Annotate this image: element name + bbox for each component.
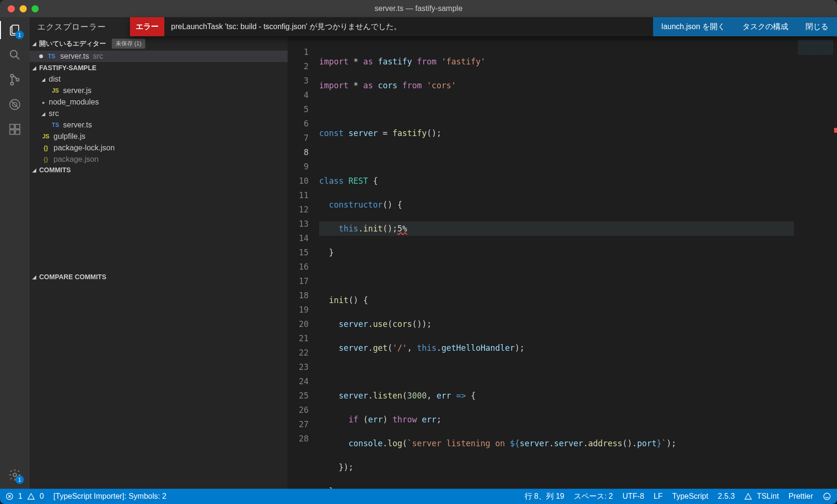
compare-commits-header[interactable]: ◢ COMPARE COMMITS	[30, 271, 288, 283]
file-label: gulpfile.js	[54, 132, 86, 141]
explorer-badge: 1	[15, 31, 24, 39]
chevron-right-icon: ▸	[41, 100, 46, 105]
json-file-icon: {}	[41, 156, 51, 163]
folder-label: node_modules	[49, 98, 99, 106]
window-title: server.ts — fastify-sample	[375, 4, 462, 13]
folder-node-modules[interactable]: ▸ node_modules	[38, 96, 288, 108]
status-prettier[interactable]: Prettier	[788, 492, 813, 501]
status-problems[interactable]: 1 0	[6, 492, 44, 501]
main-area: 1 1 エクスプローラー ◢	[0, 17, 837, 489]
settings-badge: 1	[15, 475, 24, 484]
chevron-down-icon: ◢	[32, 65, 36, 71]
warning-icon	[744, 493, 752, 500]
editor-area: エラー preLaunchTask 'tsc: build - tsconfig…	[288, 17, 837, 489]
notification-bar: エラー preLaunchTask 'tsc: build - tsconfig…	[130, 17, 837, 36]
status-tslint[interactable]: TSLint	[744, 492, 779, 501]
svg-rect-11	[15, 130, 20, 134]
error-icon	[6, 493, 13, 500]
close-window-icon[interactable]	[8, 5, 15, 12]
status-errors-count: 1	[18, 492, 22, 501]
status-warnings-count: 0	[40, 492, 44, 501]
json-file-icon: {}	[41, 145, 51, 151]
code-content[interactable]: import * as fastify from 'fastify' impor…	[319, 36, 837, 489]
file-label: package.json	[54, 155, 98, 164]
commits-label: COMMITS	[39, 166, 71, 174]
svg-point-12	[13, 473, 17, 477]
chevron-down-icon: ◢	[41, 111, 46, 116]
status-version[interactable]: 2.5.3	[718, 492, 735, 501]
svg-point-21	[824, 493, 830, 500]
editor-body[interactable]: 123 456 789 101112 131415 161718 192021 …	[288, 36, 837, 489]
titlebar: server.ts — fastify-sample	[0, 0, 837, 17]
file-package-json[interactable]: {} package.json	[38, 154, 288, 165]
explorer-sidebar: エクスプローラー ◢ 開いているエディター 未保存 (1) TS server.…	[30, 17, 288, 489]
open-editors-header[interactable]: ◢ 開いているエディター 未保存 (1)	[30, 37, 288, 51]
svg-point-1	[11, 51, 17, 57]
chevron-down-icon: ◢	[41, 77, 46, 82]
status-importer[interactable]: [TypeScript Importer]: Symbols: 2	[54, 492, 167, 501]
file-server-ts[interactable]: TS server.ts	[38, 119, 288, 131]
status-bar: 1 0 [TypeScript Importer]: Symbols: 2 行 …	[0, 489, 837, 504]
open-editor-folder: src	[93, 52, 103, 61]
project-name: FASTIFY-SAMPLE	[39, 64, 97, 72]
svg-rect-10	[10, 130, 14, 134]
overview-ruler-error-icon[interactable]	[834, 128, 837, 133]
settings-icon[interactable]: 1	[8, 468, 22, 482]
folder-dist[interactable]: ◢ dist	[38, 74, 288, 85]
file-label: package-lock.json	[54, 144, 115, 152]
javascript-file-icon: JS	[41, 133, 51, 140]
chevron-down-icon: ◢	[32, 274, 36, 280]
svg-point-5	[16, 78, 19, 81]
notification-message: preLaunchTask 'tsc: build - tsconfig.jso…	[164, 22, 653, 32]
close-notification-button[interactable]: 閉じる	[797, 17, 837, 36]
svg-rect-9	[15, 125, 20, 129]
typescript-file-icon: TS	[47, 53, 56, 60]
svg-point-4	[11, 82, 13, 85]
status-tslint-label: TSLint	[757, 492, 779, 501]
maximize-window-icon[interactable]	[32, 5, 39, 12]
activity-bar: 1 1	[0, 17, 30, 489]
minimap[interactable]	[794, 37, 837, 489]
search-icon[interactable]	[8, 48, 22, 62]
folder-label: dist	[49, 75, 61, 84]
open-editors-label: 開いているエディター	[39, 40, 106, 48]
status-language[interactable]: TypeScript	[672, 492, 708, 501]
project-header[interactable]: ◢ FASTIFY-SAMPLE	[30, 62, 288, 74]
unsaved-badge: 未保存 (1)	[112, 39, 145, 49]
status-feedback-icon[interactable]	[823, 492, 831, 501]
status-cursor-position[interactable]: 行 8、列 19	[525, 492, 565, 502]
status-indent[interactable]: スペース: 2	[574, 492, 613, 502]
extensions-icon[interactable]	[8, 122, 22, 136]
status-eol[interactable]: LF	[654, 492, 663, 501]
file-tree: ◢ dist JS server.js ▸ node_modules ◢	[30, 74, 288, 165]
open-editor-item[interactable]: TS server.ts src	[30, 51, 288, 62]
minimize-window-icon[interactable]	[20, 5, 27, 12]
open-editor-filename: server.ts	[60, 52, 89, 61]
status-encoding[interactable]: UTF-8	[622, 492, 644, 501]
typescript-file-icon: TS	[51, 122, 60, 128]
folder-src[interactable]: ◢ src	[38, 108, 288, 119]
file-gulpfile[interactable]: JS gulpfile.js	[38, 131, 288, 142]
notification-error-badge: エラー	[130, 17, 164, 36]
compare-commits-label: COMPARE COMMITS	[39, 273, 107, 281]
file-server-js[interactable]: JS server.js	[38, 85, 288, 96]
vscode-window: server.ts — fastify-sample 1 1	[0, 0, 837, 504]
svg-rect-8	[10, 125, 14, 129]
javascript-file-icon: JS	[51, 87, 60, 94]
file-label: server.js	[63, 86, 92, 95]
debug-icon[interactable]	[8, 97, 22, 112]
commits-header[interactable]: ◢ COMMITS	[30, 164, 288, 176]
explorer-icon[interactable]: 1	[8, 23, 22, 37]
chevron-down-icon: ◢	[32, 168, 36, 173]
notification-actions: launch.json を開く タスクの構成 閉じる	[653, 17, 837, 36]
chevron-down-icon: ◢	[32, 41, 36, 46]
svg-point-3	[11, 74, 13, 77]
configure-task-button[interactable]: タスクの構成	[734, 17, 797, 36]
file-label: server.ts	[63, 121, 92, 129]
window-controls	[0, 5, 39, 12]
source-control-icon[interactable]	[8, 73, 22, 87]
svg-line-2	[16, 56, 19, 59]
open-launch-json-button[interactable]: launch.json を開く	[653, 17, 734, 36]
warning-icon	[27, 493, 35, 500]
file-package-lock[interactable]: {} package-lock.json	[38, 142, 288, 154]
